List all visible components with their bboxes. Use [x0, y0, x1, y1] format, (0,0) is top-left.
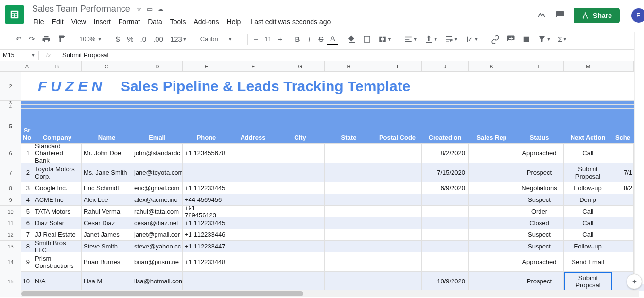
row-header-12[interactable]: 12	[0, 229, 21, 240]
cell-email[interactable]: cesar@diaz.net	[132, 217, 183, 229]
cell-rep[interactable]	[469, 229, 515, 240]
row-header-16[interactable]	[0, 291, 21, 297]
col-header-I[interactable]: I	[373, 61, 422, 71]
menu-edit[interactable]: Edit	[48, 16, 68, 28]
cell-postal[interactable]	[373, 144, 422, 163]
cell-city[interactable]	[276, 252, 325, 271]
cell-name[interactable]: Rahul Verma	[82, 206, 132, 217]
col-header-E[interactable]: E	[183, 61, 230, 71]
header-cN[interactable]: Sche	[612, 109, 634, 143]
cell-email[interactable]: janet@gmail.cor	[132, 229, 183, 240]
cell-state[interactable]	[325, 229, 373, 240]
cell-sched[interactable]	[612, 217, 634, 229]
row-header-2[interactable]: 2	[0, 72, 21, 100]
cell-status[interactable]: Order	[515, 206, 564, 217]
row-header-8[interactable]: 8	[0, 182, 21, 194]
print-icon[interactable]	[39, 33, 53, 46]
cell-postal[interactable]	[373, 206, 422, 217]
cell-address[interactable]	[230, 206, 276, 217]
functions-icon[interactable]: Σ▼	[555, 33, 570, 45]
cell-city[interactable]	[276, 217, 325, 229]
move-icon[interactable]: ▭	[147, 5, 153, 13]
cell-status[interactable]: Prospect	[515, 163, 564, 182]
cell-phone[interactable]: +44 4569456	[183, 194, 230, 205]
cell-phone[interactable]: +1 112233448	[183, 252, 230, 271]
cell-postal[interactable]	[373, 217, 422, 229]
row-header-11[interactable]: 11	[0, 217, 21, 229]
col-header-D[interactable]: D	[132, 61, 183, 71]
cell-city[interactable]	[276, 206, 325, 217]
menu-tools[interactable]: Tools	[166, 16, 190, 28]
cell-next-action[interactable]: Submit Proposal	[564, 272, 612, 291]
rotate-icon[interactable]: ▼	[462, 33, 482, 46]
borders-icon[interactable]	[360, 33, 374, 46]
merge-icon[interactable]: ▼	[375, 33, 395, 46]
cell-next-action[interactable]: Call	[564, 217, 612, 229]
col-header-G[interactable]: G	[276, 61, 325, 71]
cell-name[interactable]: Ms. Jane Smith	[82, 163, 132, 182]
header-cD[interactable]: Email	[132, 109, 183, 143]
col-header-B[interactable]: B	[33, 61, 82, 71]
percent-icon[interactable]: %	[124, 33, 136, 45]
cell-rep[interactable]	[469, 163, 515, 182]
cell-state[interactable]	[325, 182, 373, 194]
cell-srno[interactable]: 5	[21, 206, 33, 217]
cell-city[interactable]	[276, 194, 325, 205]
cell-company[interactable]: Smith Bros LLC	[33, 241, 82, 252]
cell-company[interactable]: Standard Chartered Bank	[33, 144, 82, 163]
cell-name[interactable]: Eric Schmidt	[82, 182, 132, 194]
cell-company[interactable]: Diaz Solar	[33, 217, 82, 229]
cell-company[interactable]: TATA Motors	[33, 206, 82, 217]
cell-postal[interactable]	[373, 252, 422, 271]
col-header-A[interactable]: A	[21, 61, 33, 71]
col-header-n[interactable]	[612, 61, 634, 71]
redo-icon[interactable]: ↷	[26, 33, 38, 46]
document-title[interactable]: Sales Team Performance	[29, 3, 133, 15]
cell-address[interactable]	[230, 217, 276, 229]
cell-srno[interactable]: 4	[21, 194, 33, 205]
cell-phone[interactable]: +91 789456123	[183, 206, 230, 217]
header-cK[interactable]: Sales Rep	[469, 109, 515, 143]
cell-address[interactable]	[230, 182, 276, 194]
col-header-K[interactable]: K	[469, 61, 515, 71]
cell-srno[interactable]: 3	[21, 182, 33, 194]
font-size-input[interactable]: 11	[262, 35, 274, 43]
cell-phone[interactable]: +1 112233446	[183, 229, 230, 240]
header-cJ[interactable]: Created on	[422, 109, 469, 143]
cell-rep[interactable]	[469, 206, 515, 217]
activity-icon[interactable]	[537, 10, 546, 21]
cell-state[interactable]	[325, 241, 373, 252]
cell-email[interactable]: eric@gmail.com	[132, 182, 183, 194]
header-cM[interactable]: Next Action	[564, 109, 612, 143]
header-cL[interactable]: Status	[515, 109, 564, 143]
cell-created[interactable]: 7/15/2020	[422, 163, 469, 182]
cell-next-action[interactable]: Call	[564, 144, 612, 163]
header-cG[interactable]: City	[276, 109, 325, 143]
cell-phone[interactable]: +1 112233445	[183, 182, 230, 194]
cell-created[interactable]: 6/9/2020	[422, 182, 469, 194]
row-header-5[interactable]: 5	[0, 109, 21, 144]
menu-insert[interactable]: Insert	[90, 16, 115, 28]
fill-color-icon[interactable]	[344, 33, 359, 46]
cell-postal[interactable]	[373, 229, 422, 240]
cell-address[interactable]	[230, 194, 276, 205]
cell-sched[interactable]	[612, 241, 634, 252]
cell-next-action[interactable]: Call	[564, 206, 612, 217]
side-panel[interactable]	[634, 32, 644, 284]
row-header-7[interactable]: 7	[0, 163, 21, 182]
insert-comment-icon[interactable]	[504, 33, 518, 46]
cell-srno[interactable]: 10	[21, 272, 33, 291]
cell-email[interactable]: jane@toyota.com	[132, 163, 183, 182]
cell-rep[interactable]	[469, 144, 515, 163]
cell-email[interactable]: lisa@hotmail.com	[132, 272, 183, 291]
cell-sched[interactable]	[612, 194, 634, 205]
explore-button[interactable]: ✦	[627, 274, 642, 289]
cell-name[interactable]: Lisa M	[82, 272, 132, 291]
formula-bar[interactable]: Submit Proposal	[58, 50, 112, 60]
menu-add-ons[interactable]: Add-ons	[190, 16, 223, 28]
header-cF[interactable]: Address	[230, 109, 276, 143]
cell-postal[interactable]	[373, 163, 422, 182]
row-header-13[interactable]: 13	[0, 241, 21, 252]
cell-postal[interactable]	[373, 182, 422, 194]
cell-srno[interactable]: 9	[21, 252, 33, 271]
